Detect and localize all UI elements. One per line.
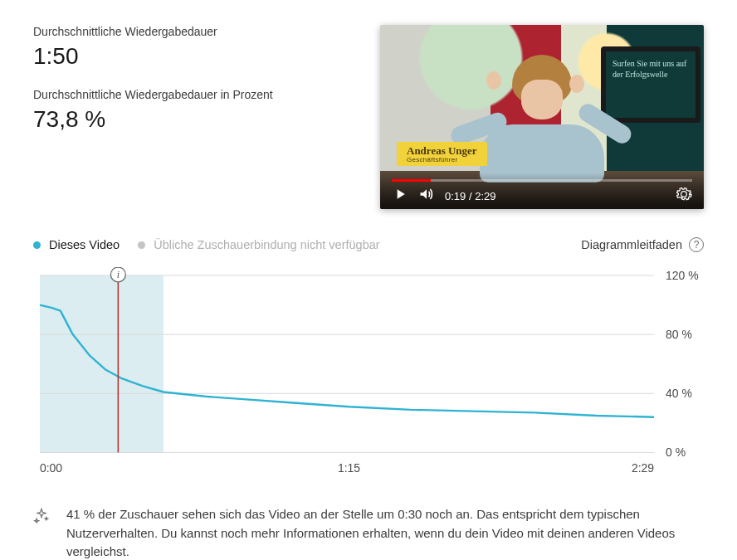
video-lower-third: Andreas Unger Geschäftsführer (397, 142, 487, 166)
legend-typical-label: Übliche Zuschauerbindung nicht verfügbar (154, 238, 379, 251)
volume-icon (418, 186, 435, 202)
avg-view-pct-label: Durchschnittliche Wiedergabedauer in Pro… (33, 88, 347, 101)
avg-view-pct-value: 73,8 % (33, 106, 347, 133)
video-time-display: 0:19 / 2:29 (445, 190, 495, 202)
play-button[interactable] (392, 186, 408, 202)
chart-x-tick-label: 0:00 (40, 461, 62, 475)
chart-marker-info-glyph: i (117, 269, 120, 280)
video-total-time: 2:29 (475, 190, 495, 202)
legend-typical-unavailable: Übliche Zuschauerbindung nicht verfügbar (138, 238, 379, 251)
stats-block: Durchschnittliche Wiedergabedauer 1:50 D… (33, 25, 347, 209)
chart-y-tick-label: 0 % (666, 446, 686, 459)
chart-x-tick-label: 2:29 (632, 461, 654, 475)
video-monitor-text: Surfen Sie mit uns auf der Erfolgswelle (601, 46, 700, 123)
avg-view-duration-value: 1:50 (33, 43, 347, 70)
legend-dot-grey (138, 241, 145, 249)
legend-dot-blue (33, 241, 41, 249)
legend-this-video[interactable]: Dieses Video (33, 238, 120, 251)
lower-third-role: Geschäftsführer (407, 157, 477, 164)
video-control-bar: 0:19 / 2:29 (380, 173, 704, 209)
chart-x-tick-label: 1:15 (338, 461, 360, 475)
video-person (471, 55, 613, 179)
chart-y-tick-label: 80 % (666, 328, 692, 341)
insight-text: 41 % der Zuschauer sehen sich das Video … (66, 505, 704, 560)
video-preview[interactable]: Surfen Sie mit uns auf der Erfolgswelle … (380, 25, 704, 209)
gear-icon (676, 186, 692, 202)
help-icon[interactable]: ? (689, 237, 704, 252)
sparkle-icon (33, 507, 50, 560)
retention-chart[interactable]: 0 %40 %80 %120 %0:001:152:29i (33, 267, 704, 482)
play-icon (392, 186, 408, 202)
video-settings-button[interactable] (676, 186, 692, 202)
volume-button[interactable] (418, 186, 435, 202)
chart-guide-link[interactable]: Diagrammleitfaden ? (581, 237, 704, 252)
video-current-time: 0:19 (445, 190, 466, 202)
avg-view-duration-label: Durchschnittliche Wiedergabedauer (33, 25, 347, 38)
chart-y-tick-label: 40 % (666, 387, 692, 400)
lower-third-name: Andreas Unger (407, 145, 477, 157)
video-progress-bar[interactable] (392, 179, 692, 182)
legend-this-video-label: Dieses Video (49, 238, 120, 251)
chart-guide-label: Diagrammleitfaden (581, 238, 682, 251)
chart-y-tick-label: 120 % (666, 269, 699, 282)
chart-highlight-band (40, 275, 164, 452)
